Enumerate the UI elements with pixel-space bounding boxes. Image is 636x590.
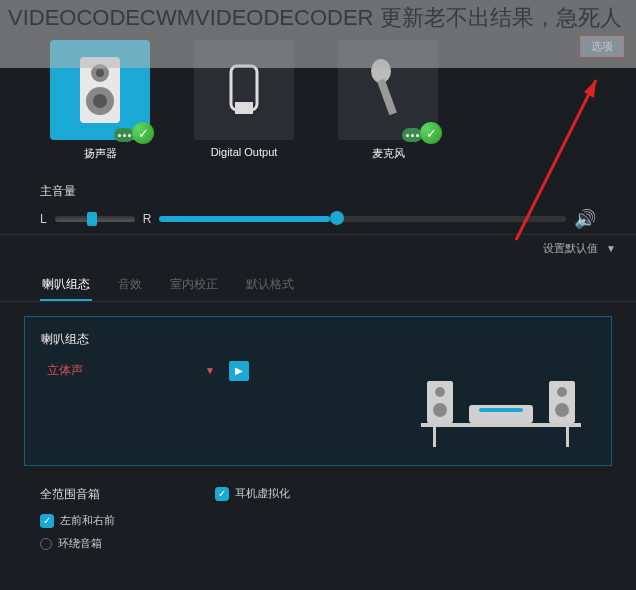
svg-point-6 <box>93 94 107 108</box>
tabs-row: 喇叭组态 音效 室内校正 默认格式 <box>0 262 636 302</box>
option-headphone-virtualization[interactable]: ✓ 耳机虚拟化 <box>215 486 290 501</box>
tab-sound-effects[interactable]: 音效 <box>116 270 144 301</box>
volume-title: 主音量 <box>40 183 596 200</box>
balance-slider[interactable] <box>55 216 135 222</box>
device-label: Digital Output <box>211 146 278 158</box>
device-label: 麦克风 <box>372 146 405 161</box>
set-default-button[interactable]: 设置默认值 ▼ <box>0 234 636 262</box>
device-digital-output[interactable]: Digital Output <box>184 40 304 161</box>
microphone-icon <box>338 40 438 140</box>
tab-speaker-config[interactable]: 喇叭组态 <box>40 270 92 301</box>
dropdown-value: 立体声 <box>47 362 83 379</box>
option-label: 左前和右前 <box>60 513 115 528</box>
speakers-icon <box>50 40 150 140</box>
full-range-title: 全范围音箱 <box>40 486 115 503</box>
speaker-layout-graphic <box>421 347 581 437</box>
volume-speaker-icon[interactable]: 🔊 <box>574 208 596 230</box>
speaker-config-dropdown[interactable]: 立体声 ▼ <box>41 358 221 383</box>
radio-icon <box>40 538 52 550</box>
tab-room-correction[interactable]: 室内校正 <box>168 270 220 301</box>
volume-section: 主音量 L R 🔊 <box>0 171 636 234</box>
option-label: 环绕音箱 <box>58 536 102 551</box>
svg-point-9 <box>371 59 391 83</box>
balance-left-label: L <box>40 212 47 226</box>
device-speakers[interactable]: 扬声器 <box>40 40 160 161</box>
set-default-label: 设置默认值 <box>543 241 598 256</box>
checkbox-icon: ✓ <box>40 514 54 528</box>
config-panel-title: 喇叭组态 <box>41 331 595 348</box>
option-label: 耳机虚拟化 <box>235 486 290 501</box>
volume-slider[interactable] <box>159 216 566 222</box>
svg-point-4 <box>96 69 104 77</box>
options-button[interactable]: 选项 <box>580 36 624 57</box>
speaker-config-panel: 喇叭组态 立体声 ▼ ▶ <box>24 316 612 466</box>
svg-rect-8 <box>235 102 253 114</box>
checkbox-icon: ✓ <box>215 487 229 501</box>
svg-rect-10 <box>377 79 397 116</box>
device-label: 扬声器 <box>84 146 117 161</box>
speaker-options-panel: 全范围音箱 ✓ 左前和右前 环绕音箱 ✓ 耳机虚拟化 <box>24 476 612 561</box>
option-surround[interactable]: 环绕音箱 <box>40 536 115 551</box>
play-test-button[interactable]: ▶ <box>229 361 249 381</box>
chevron-down-icon: ▼ <box>606 243 616 254</box>
balance-right-label: R <box>143 212 152 226</box>
device-microphone[interactable]: 麦克风 <box>328 40 448 161</box>
digital-output-icon <box>194 40 294 140</box>
tab-default-format[interactable]: 默认格式 <box>244 270 296 301</box>
caret-down-icon: ▼ <box>205 365 215 376</box>
device-selector-row: 扬声器 Digital Output 麦克风 <box>0 0 636 171</box>
option-front-lr[interactable]: ✓ 左前和右前 <box>40 513 115 528</box>
